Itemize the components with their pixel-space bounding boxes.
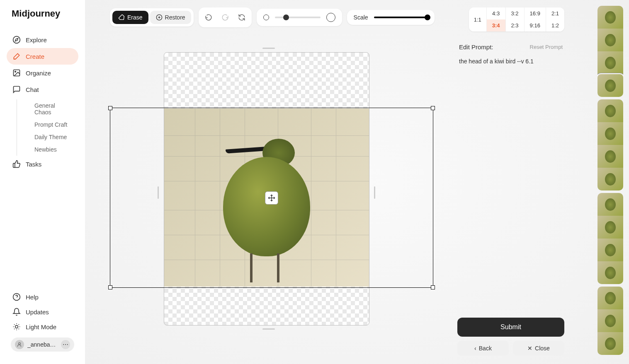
brush-size-slider[interactable] (257, 9, 342, 26)
sidebar-item-label: Chat (26, 86, 39, 93)
brush-icon (12, 52, 21, 60)
bottom-item-label: Light Mode (26, 323, 56, 330)
sidebar-item-label: Explore (26, 36, 47, 43)
thumbnail-selected[interactable] (597, 74, 623, 97)
thumb-group (597, 6, 623, 97)
main-canvas-area: Erase Restore Scale 1:1 4:3 3:4 (85, 0, 629, 364)
thumbnail[interactable] (597, 99, 623, 122)
updates-link[interactable]: Updates (7, 304, 78, 319)
more-icon[interactable]: ⋯ (61, 340, 70, 349)
edge-handle-top[interactable] (262, 48, 275, 49)
image-icon (12, 69, 21, 77)
user-name-label: _anneban… (27, 341, 58, 348)
svg-point-0 (13, 36, 20, 43)
close-label: Close (535, 345, 550, 352)
aspect-2-3[interactable]: 2:3 (505, 19, 524, 31)
chat-subitems: General Chaos Prompt Craft Daily Theme N… (17, 99, 78, 156)
chat-subitem[interactable]: Daily Theme (29, 131, 78, 143)
light-mode-toggle[interactable]: Light Mode (7, 319, 78, 334)
erase-button[interactable]: Erase (112, 11, 148, 24)
sidebar-item-tasks[interactable]: Tasks (7, 156, 78, 172)
thumbnail[interactable] (597, 309, 623, 332)
thumbnail[interactable] (597, 51, 623, 74)
aspect-2-1[interactable]: 2:1 (546, 7, 564, 19)
redo-button[interactable] (218, 10, 233, 25)
sidebar-item-create[interactable]: Create (7, 48, 78, 65)
sidebar-item-organize[interactable]: Organize (7, 65, 78, 81)
submit-button[interactable]: Submit (457, 318, 564, 337)
erase-label: Erase (127, 14, 143, 21)
chat-subitem[interactable]: General Chaos (29, 99, 78, 118)
user-avatar-icon (15, 340, 24, 349)
sidebar-item-chat[interactable]: Chat (7, 81, 78, 98)
editor-toolbar: Erase Restore Scale (110, 7, 447, 27)
brush-track[interactable] (275, 17, 321, 18)
thumbnail[interactable] (597, 287, 623, 309)
bottom-item-label: Updates (26, 309, 49, 316)
restore-label: Restore (165, 14, 185, 21)
thumbnail[interactable] (597, 145, 623, 168)
sidebar-item-label: Create (26, 53, 44, 60)
crop-handle-tl[interactable] (108, 106, 112, 110)
help-icon (12, 293, 21, 301)
thumbnail[interactable] (597, 168, 623, 190)
eraser-icon (118, 14, 125, 21)
prompt-title: Edit Prompt: (459, 43, 493, 51)
chat-icon (12, 85, 21, 94)
aspect-1-2[interactable]: 1:2 (546, 19, 564, 31)
back-label: Back (479, 345, 492, 352)
scale-label: Scale (354, 14, 368, 21)
crop-handle-br[interactable] (431, 285, 435, 289)
thumbnail[interactable] (597, 261, 623, 284)
back-button[interactable]: ‹ Back (457, 341, 509, 356)
plus-circle-icon (156, 14, 163, 21)
app-logo: Midjourney (0, 8, 85, 27)
thumbnail[interactable] (597, 332, 623, 355)
compass-icon (12, 36, 21, 44)
brush-small-icon (263, 14, 269, 20)
chat-subitem[interactable]: Prompt Craft (29, 118, 78, 131)
restore-button[interactable]: Restore (150, 11, 191, 24)
aspect-16-9[interactable]: 16:9 (524, 7, 546, 19)
help-link[interactable]: Help (7, 289, 78, 304)
thumbnail-rail (597, 6, 623, 358)
crop-selection[interactable] (110, 108, 433, 288)
close-icon: ✕ (527, 345, 532, 352)
aspect-4-3[interactable]: 4:3 (486, 7, 505, 19)
sidebar-item-label: Tasks (26, 161, 41, 168)
undo-button[interactable] (201, 10, 216, 25)
svg-point-7 (19, 342, 21, 345)
brush-thumb[interactable] (283, 14, 289, 20)
user-menu[interactable]: _anneban… ⋯ (11, 337, 74, 352)
scale-slider-group: Scale (347, 10, 435, 25)
thumbnail[interactable] (597, 216, 623, 239)
aspect-3-2[interactable]: 3:2 (505, 7, 524, 19)
aspect-3-4[interactable]: 3:4 (486, 19, 505, 31)
prompt-text[interactable]: the head of a kiwi bird --v 6.1 (457, 55, 564, 68)
move-handle[interactable] (265, 191, 278, 205)
crop-handle-bl[interactable] (108, 285, 112, 289)
aspect-9-16[interactable]: 9:16 (524, 19, 546, 31)
reset-prompt-link[interactable]: Reset Prompt (530, 44, 563, 50)
aspect-1-1[interactable]: 1:1 (469, 7, 486, 31)
crop-handle-tr[interactable] (431, 106, 435, 110)
thumbs-up-icon (12, 160, 21, 168)
thumbnail[interactable] (597, 122, 623, 145)
thumbnail[interactable] (597, 6, 623, 29)
sidebar: Midjourney Explore Create Organize Chat … (0, 0, 85, 364)
close-button[interactable]: ✕ Close (513, 341, 564, 356)
scale-track[interactable] (374, 17, 428, 18)
thumbnail[interactable] (597, 239, 623, 261)
thumb-group (597, 99, 623, 190)
svg-marker-1 (15, 39, 18, 41)
move-icon (268, 194, 275, 202)
thumbnail[interactable] (597, 193, 623, 216)
thumbnail[interactable] (597, 29, 623, 51)
sidebar-item-explore[interactable]: Explore (7, 31, 78, 48)
reset-button[interactable] (234, 10, 249, 25)
bell-icon (12, 308, 21, 316)
chat-subitem[interactable]: Newbies (29, 143, 78, 156)
edge-handle-bottom[interactable] (262, 328, 275, 330)
svg-point-6 (15, 325, 18, 328)
scale-thumb[interactable] (425, 14, 430, 20)
